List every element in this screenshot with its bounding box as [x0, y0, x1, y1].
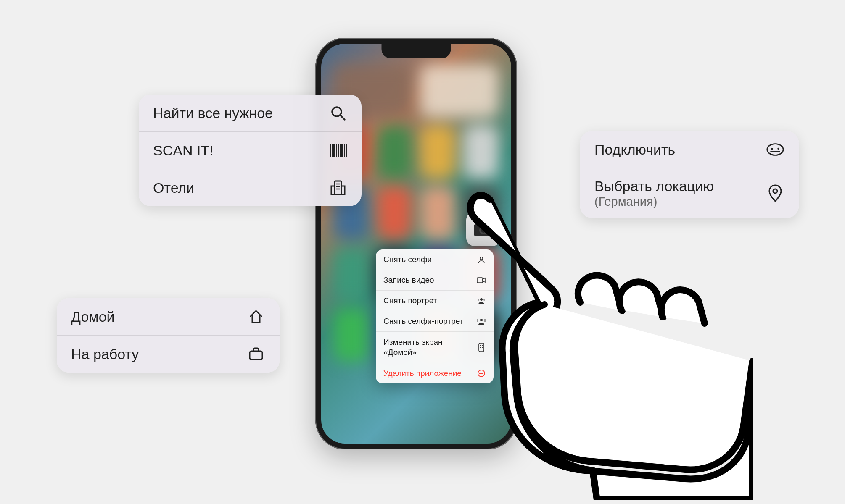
- svg-rect-23: [332, 144, 333, 157]
- svg-rect-25: [336, 144, 337, 157]
- svg-point-42: [773, 189, 777, 193]
- quick-action-work[interactable]: На работу: [57, 336, 280, 373]
- svg-point-3: [481, 228, 486, 233]
- svg-rect-1: [480, 221, 487, 226]
- svg-rect-12: [484, 319, 486, 322]
- svg-line-21: [341, 116, 345, 120]
- svg-rect-6: [477, 278, 483, 283]
- svg-point-10: [480, 319, 483, 321]
- barcode-icon: [329, 141, 347, 160]
- svg-point-40: [777, 148, 779, 150]
- quick-action-label: На работу: [71, 346, 139, 363]
- context-item-label: Снять портрет: [383, 296, 477, 305]
- quick-action-hotels[interactable]: Отели: [139, 169, 362, 206]
- svg-point-38: [767, 144, 783, 155]
- quick-action-choose-location[interactable]: Выбрать локацию (Германия): [580, 168, 799, 218]
- camera-icon: [473, 220, 494, 237]
- svg-rect-13: [479, 343, 484, 352]
- camera-context-menu: Снять селфи Запись видео Снять портрет С…: [376, 249, 494, 383]
- search-icon: [329, 104, 347, 122]
- svg-point-39: [771, 148, 773, 150]
- svg-rect-32: [331, 186, 335, 194]
- context-item-video[interactable]: Запись видео: [376, 270, 494, 291]
- video-icon: [477, 276, 486, 285]
- context-item-delete-app[interactable]: Удалить приложение: [376, 363, 494, 383]
- homescreen-icon: [477, 343, 486, 352]
- quick-action-sublabel: (Германия): [594, 195, 714, 209]
- quick-actions-card-routes: Домой На работу: [57, 298, 280, 373]
- quick-action-scan-it[interactable]: SCAN IT!: [139, 132, 362, 169]
- quick-action-label: Отели: [153, 179, 194, 197]
- context-item-label: Снять селфи: [383, 255, 477, 264]
- svg-point-5: [480, 257, 483, 260]
- context-item-label: Изменить экран «Домой»: [383, 337, 477, 357]
- svg-rect-37: [250, 351, 262, 360]
- svg-point-9: [483, 299, 485, 301]
- svg-rect-22: [330, 144, 331, 157]
- building-icon: [329, 178, 347, 197]
- svg-rect-33: [341, 186, 345, 194]
- quick-action-label: SCAN IT!: [153, 142, 214, 159]
- svg-rect-15: [482, 345, 483, 346]
- svg-rect-26: [338, 144, 339, 157]
- quick-action-label: Домой: [71, 308, 115, 326]
- selfie-icon: [477, 255, 486, 264]
- svg-rect-11: [477, 319, 478, 322]
- svg-rect-27: [340, 144, 341, 157]
- svg-point-7: [480, 298, 483, 301]
- context-item-label: Удалить приложение: [383, 369, 477, 378]
- context-item-selfie-portrait[interactable]: Снять селфи-портрет: [376, 311, 494, 332]
- context-item-edit-home[interactable]: Изменить экран «Домой»: [376, 332, 494, 363]
- pin-icon: [766, 184, 784, 202]
- quick-actions-card-vpn: Подключить Выбрать локацию (Германия): [580, 131, 799, 218]
- briefcase-icon: [247, 345, 265, 363]
- quick-action-connect[interactable]: Подключить: [580, 131, 799, 168]
- svg-rect-17: [482, 347, 483, 348]
- context-item-label: Запись видео: [383, 276, 477, 285]
- quick-action-label: Найти все нужное: [153, 105, 273, 122]
- quick-action-label: Выбрать локацию: [594, 178, 714, 194]
- quick-action-label: Подключить: [594, 141, 675, 158]
- phone-notch: [382, 44, 451, 58]
- svg-point-8: [478, 299, 479, 301]
- svg-rect-16: [480, 347, 481, 348]
- quick-action-home[interactable]: Домой: [57, 298, 280, 336]
- svg-point-4: [489, 226, 491, 228]
- context-item-portrait[interactable]: Снять портрет: [376, 291, 494, 311]
- svg-rect-14: [480, 345, 481, 346]
- context-item-selfie[interactable]: Снять селфи: [376, 249, 494, 270]
- svg-rect-28: [341, 144, 343, 157]
- home-icon: [247, 307, 265, 326]
- context-item-label: Снять селфи-портрет: [383, 317, 477, 326]
- svg-rect-24: [333, 144, 335, 157]
- selfie-portrait-icon: [477, 317, 486, 326]
- portrait-icon: [477, 296, 486, 305]
- camera-app-icon[interactable]: [466, 212, 501, 246]
- vpn-face-icon: [766, 140, 784, 159]
- remove-icon: [477, 369, 486, 378]
- svg-rect-29: [344, 144, 345, 157]
- svg-point-20: [332, 107, 341, 116]
- quick-actions-card-search: Найти все нужное SCAN IT! Отели: [139, 94, 362, 206]
- svg-rect-30: [346, 144, 347, 157]
- quick-action-find-all[interactable]: Найти все нужное: [139, 94, 362, 132]
- svg-rect-31: [335, 181, 341, 194]
